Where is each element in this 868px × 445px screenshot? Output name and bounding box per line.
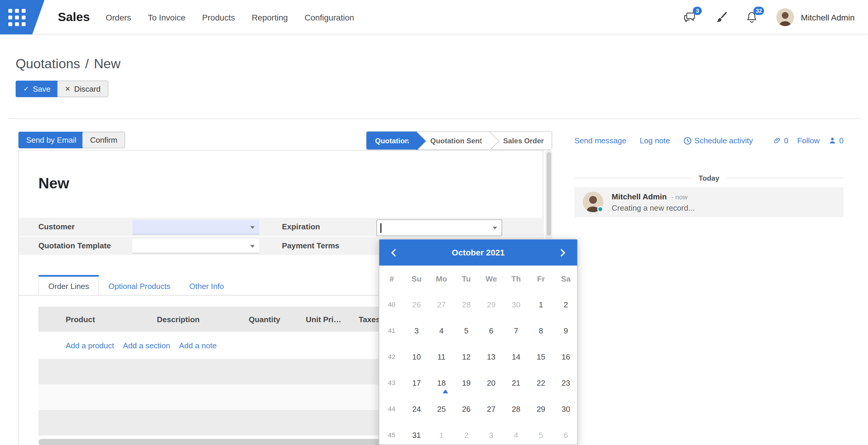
schedule-activity-button[interactable]: Schedule activity — [683, 136, 753, 145]
quotation-template-field[interactable] — [132, 239, 259, 253]
day-10[interactable]: 10 — [404, 344, 429, 370]
day-4-adjacent[interactable]: 4 — [503, 422, 528, 445]
day-5[interactable]: 5 — [454, 318, 479, 344]
menu-item-configuration[interactable]: Configuration — [305, 12, 354, 22]
status-step-sales-order[interactable]: Sales Order — [490, 132, 552, 149]
week-number-44: 44 — [379, 396, 404, 422]
day-30[interactable]: 30 — [553, 396, 578, 422]
day-24[interactable]: 24 — [404, 396, 429, 422]
day-1[interactable]: 1 — [528, 292, 553, 318]
day-13[interactable]: 13 — [479, 344, 504, 370]
day-28-adjacent[interactable]: 28 — [454, 292, 479, 318]
app-name[interactable]: Sales — [58, 0, 90, 34]
messages-badge: 3 — [693, 6, 702, 15]
datepicker-title[interactable]: October 2021 — [400, 248, 556, 257]
day-17[interactable]: 17 — [404, 370, 429, 396]
day-21[interactable]: 21 — [503, 370, 528, 396]
user-avatar — [776, 8, 794, 26]
day-1-adjacent[interactable]: 1 — [429, 422, 454, 445]
menu-item-orders[interactable]: Orders — [106, 12, 131, 22]
brush-button[interactable] — [714, 11, 727, 24]
day-27[interactable]: 27 — [479, 396, 504, 422]
day-2[interactable]: 2 — [553, 292, 578, 318]
dow-mo: Mo — [429, 274, 454, 283]
day-30-adjacent[interactable]: 30 — [503, 292, 528, 318]
activities-button[interactable]: 32 — [745, 11, 759, 24]
send-by-email-button[interactable]: Send by Email — [19, 132, 84, 148]
day-9[interactable]: 9 — [553, 318, 578, 344]
add-a-section-link[interactable]: Add a section — [123, 341, 170, 350]
day-5-adjacent[interactable]: 5 — [528, 422, 553, 445]
menu-item-to-invoice[interactable]: To Invoice — [148, 12, 185, 22]
day-23[interactable]: 23 — [553, 370, 578, 396]
breadcrumb-current: New — [94, 56, 121, 71]
user-name: Mitchell Admin — [801, 12, 855, 22]
menu-item-reporting[interactable]: Reporting — [252, 12, 288, 22]
week-number-41: 41 — [379, 318, 404, 344]
day-20[interactable]: 20 — [479, 370, 504, 396]
day-26[interactable]: 26 — [454, 396, 479, 422]
day-3[interactable]: 3 — [404, 318, 429, 344]
breadcrumb: Quotations/New — [16, 56, 120, 71]
day-26-adjacent[interactable]: 26 — [404, 292, 429, 318]
next-month-button[interactable] — [556, 246, 569, 259]
day-11[interactable]: 11 — [429, 344, 454, 370]
message-author[interactable]: Mitchell Admin- now — [612, 192, 687, 201]
add-a-product-link[interactable]: Add a product — [66, 341, 114, 350]
attachments-button[interactable]: 0 — [773, 136, 788, 145]
sheet-scrollbar-thumb[interactable] — [547, 152, 551, 236]
log-note-button[interactable]: Log note — [640, 136, 670, 145]
discard-button[interactable]: × Discard — [57, 81, 108, 97]
followers-button[interactable]: 0 — [829, 136, 844, 145]
menu-item-products[interactable]: Products — [202, 12, 235, 22]
add-a-note-link[interactable]: Add a note — [179, 341, 217, 350]
paperclip-icon — [773, 136, 781, 145]
send-message-button[interactable]: Send message — [575, 136, 626, 145]
day-4[interactable]: 4 — [429, 318, 454, 344]
day-31[interactable]: 31 — [404, 422, 429, 445]
day-22[interactable]: 22 — [528, 370, 553, 396]
day-6-adjacent[interactable]: 6 — [553, 422, 578, 445]
expiration-field[interactable] — [376, 219, 502, 236]
check-icon: ✓ — [24, 85, 29, 93]
datepicker-grid: 4026272829301241345678942101112131415164… — [379, 292, 577, 445]
day-19[interactable]: 19 — [454, 370, 479, 396]
customer-field[interactable] — [132, 220, 259, 235]
day-15[interactable]: 15 — [528, 344, 553, 370]
day-6[interactable]: 6 — [479, 318, 504, 344]
day-2-adjacent[interactable]: 2 — [454, 422, 479, 445]
today-divider: Today — [575, 174, 844, 182]
day-28[interactable]: 28 — [503, 396, 528, 422]
datepicker-header: October 2021 — [379, 239, 577, 266]
tab-order-lines[interactable]: Order Lines — [38, 275, 99, 295]
datepicker-dow-row: #SuMoTuWeThFrSa — [379, 266, 577, 292]
tab-other-info[interactable]: Other Info — [180, 275, 233, 295]
day-12[interactable]: 12 — [454, 344, 479, 370]
day-8[interactable]: 8 — [528, 318, 553, 344]
user-menu[interactable]: Mitchell Admin — [776, 8, 855, 26]
day-16[interactable]: 16 — [553, 344, 578, 370]
breadcrumb-separator: / — [85, 56, 89, 71]
status-step-quotation[interactable]: Quotation — [367, 132, 417, 149]
divider — [8, 118, 860, 119]
save-button[interactable]: ✓ Save — [16, 81, 58, 97]
day-18[interactable]: 18 — [429, 370, 454, 396]
follow-button[interactable]: Follow — [797, 136, 820, 145]
dow-fr: Fr — [528, 274, 553, 283]
prev-month-button[interactable] — [387, 246, 400, 259]
day-14[interactable]: 14 — [503, 344, 528, 370]
day-7[interactable]: 7 — [503, 318, 528, 344]
day-29-adjacent[interactable]: 29 — [479, 292, 504, 318]
breadcrumb-parent[interactable]: Quotations — [16, 56, 80, 71]
messages-button[interactable]: 3 — [683, 11, 696, 24]
today-marker — [443, 389, 448, 393]
apps-menu-button[interactable] — [0, 0, 44, 34]
day-29[interactable]: 29 — [528, 396, 553, 422]
confirm-button[interactable]: Confirm — [82, 132, 125, 148]
tab-optional-products[interactable]: Optional Products — [99, 275, 180, 295]
day-27-adjacent[interactable]: 27 — [429, 292, 454, 318]
day-25[interactable]: 25 — [429, 396, 454, 422]
status-step-quotation-sent[interactable]: Quotation Sent — [417, 132, 490, 149]
day-3-adjacent[interactable]: 3 — [479, 422, 504, 445]
navbar-right: 3 32 Mitchell Admin — [683, 0, 855, 34]
